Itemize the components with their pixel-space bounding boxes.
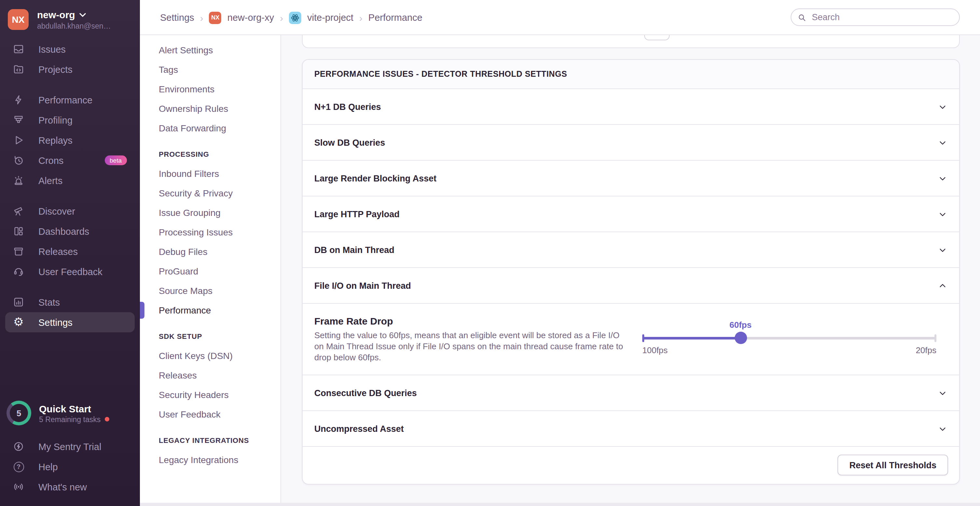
settings-nav: Alert Settings Tags Environments Ownersh… — [140, 35, 281, 506]
search-input[interactable] — [810, 12, 953, 23]
nav-section-legacy-integrations: LEGACY INTEGRATIONS — [140, 433, 280, 447]
breadcrumb-org[interactable]: new-org-xy — [228, 13, 274, 23]
slider-max-label: 20fps — [916, 345, 936, 355]
sidebar-item-discover[interactable]: Discover — [5, 201, 135, 221]
nav-item-alert-settings[interactable]: Alert Settings — [140, 40, 280, 60]
sidebar-item-stats[interactable]: Stats — [5, 292, 135, 312]
sidebar-item-label: Crons — [38, 155, 64, 165]
sidebar-item-settings[interactable]: ⚙ Settings — [5, 312, 135, 332]
sidebar-item-performance[interactable]: Performance — [5, 90, 135, 110]
nav-item-security-headers[interactable]: Security Headers — [140, 385, 280, 404]
breadcrumb-separator: › — [200, 12, 204, 23]
detector-row-n1-db-queries[interactable]: N+1 DB Queries — [302, 89, 959, 124]
chevron-down-icon — [938, 138, 947, 147]
archive-box-icon — [13, 246, 24, 257]
breadcrumb-project[interactable]: vite-project — [307, 13, 353, 23]
sidebar-item-issues[interactable]: Issues — [5, 39, 135, 59]
nav-item-issue-grouping[interactable]: Issue Grouping — [140, 203, 280, 222]
sidebar-item-help[interactable]: ? Help — [5, 457, 135, 477]
chevron-down-icon — [938, 102, 947, 111]
reset-all-thresholds-button[interactable]: Reset All Thresholds — [837, 455, 948, 476]
nav-item-inbound-filters[interactable]: Inbound Filters — [140, 164, 280, 183]
lightning-icon — [13, 94, 24, 105]
sidebar-item-label: Profiling — [38, 115, 73, 125]
nav-item-user-feedback[interactable]: User Feedback — [140, 404, 280, 424]
detector-row-consecutive-db-queries[interactable]: Consecutive DB Queries — [302, 374, 959, 411]
sidebar-item-profiling[interactable]: Profiling — [5, 110, 135, 130]
detector-row-large-http-payload[interactable]: Large HTTP Payload — [302, 196, 959, 232]
sidebar-item-label: Settings — [38, 317, 73, 327]
detector-row-db-on-main-thread[interactable]: DB on Main Thread — [302, 232, 959, 267]
nav-item-source-maps[interactable]: Source Maps — [140, 281, 280, 300]
nav-item-security-privacy[interactable]: Security & Privacy — [140, 183, 280, 203]
sidebar-item-label: Stats — [38, 297, 60, 307]
progress-ring: 5 — [6, 401, 31, 425]
nav-item-proguard[interactable]: ProGuard — [140, 262, 280, 281]
sidebar-item-label: Releases — [38, 246, 78, 257]
horizontal-scrollbar[interactable] — [140, 503, 980, 506]
panel-footer: Reset All Thresholds — [302, 446, 959, 484]
inbox-icon — [13, 44, 24, 55]
nav-section-sdk-setup: SDK SETUP — [140, 329, 280, 343]
sidebar-item-label: Discover — [38, 206, 75, 216]
sidebar-item-label: Dashboards — [38, 226, 89, 236]
breadcrumb-settings[interactable]: Settings — [160, 13, 194, 23]
nav-item-releases[interactable]: Releases — [140, 365, 280, 385]
sidebar-item-label: Projects — [38, 64, 73, 75]
chevron-down-icon — [938, 173, 947, 183]
nav-item-environments[interactable]: Environments — [140, 79, 280, 99]
main-content: PERFORMANCE ISSUES - DETECTOR THRESHOLD … — [281, 35, 980, 506]
slider-right-cap — [934, 334, 936, 342]
nav-item-debug-files[interactable]: Debug Files — [140, 242, 280, 262]
clock-icon — [13, 155, 24, 166]
slider-left-cap — [642, 334, 644, 342]
slider-track[interactable] — [642, 337, 936, 339]
nav-section-processing: PROCESSING — [140, 147, 280, 161]
nav-item-legacy-integrations[interactable]: Legacy Integrations — [140, 450, 280, 470]
breadcrumb-page[interactable]: Performance — [368, 13, 422, 23]
bar-chart-icon — [13, 297, 24, 308]
org-name: new-org — [37, 9, 75, 21]
sidebar-item-label: My Sentry Trial — [38, 441, 101, 452]
detector-row-slow-db-queries[interactable]: Slow DB Queries — [302, 124, 959, 160]
gear-icon: ⚙ — [13, 317, 24, 328]
sidebar-item-my-sentry-trial[interactable]: My Sentry Trial — [5, 436, 135, 457]
sidebar-item-alerts[interactable]: Alerts — [5, 170, 135, 190]
detector-row-file-io-on-main-thread[interactable]: File I/O on Main Thread — [302, 267, 959, 303]
search-box[interactable] — [791, 8, 960, 26]
nav-item-processing-issues[interactable]: Processing Issues — [140, 222, 280, 242]
sidebar-item-user-feedback[interactable]: User Feedback — [5, 262, 135, 282]
nav-item-client-keys[interactable]: Client Keys (DSN) — [140, 346, 280, 365]
nav-item-data-forwarding[interactable]: Data Forwarding — [140, 118, 280, 138]
sidebar-item-label: Issues — [38, 44, 66, 54]
dashboard-grid-icon — [13, 226, 24, 237]
nav-item-performance[interactable]: Performance — [140, 300, 280, 320]
nav-item-tags[interactable]: Tags — [140, 60, 280, 79]
sidebar-item-label: Replays — [38, 135, 73, 145]
sidebar-item-projects[interactable]: Projects — [5, 59, 135, 79]
sidebar-item-label: What's new — [38, 482, 87, 492]
previous-card-bottom — [302, 35, 960, 48]
quick-start-subtitle: 5 Remaining tasks — [39, 415, 100, 423]
chevron-down-icon — [80, 13, 86, 17]
sidebar-item-replays[interactable]: Replays — [5, 130, 135, 150]
notification-dot — [105, 417, 109, 422]
chevron-down-icon — [938, 424, 947, 433]
sidebar-item-releases[interactable]: Releases — [5, 241, 135, 262]
breadcrumb-separator: › — [359, 12, 363, 23]
org-avatar: NX — [8, 9, 29, 30]
question-circle-icon: ? — [13, 461, 24, 472]
org-switcher[interactable]: NX new-org abdullah.khan@sen… — [0, 0, 140, 36]
nav-item-ownership-rules[interactable]: Ownership Rules — [140, 99, 280, 118]
progress-count: 5 — [6, 401, 31, 425]
sidebar-item-dashboards[interactable]: Dashboards — [5, 221, 135, 241]
sidebar-item-label: Alerts — [38, 175, 62, 186]
detector-row-uncompressed-asset[interactable]: Uncompressed Asset — [302, 411, 959, 446]
slider-thumb[interactable] — [735, 332, 747, 344]
sidebar-item-crons[interactable]: Crons beta — [5, 150, 135, 170]
quick-start[interactable]: 5 Quick Start 5 Remaining tasks — [6, 401, 132, 425]
detector-row-large-render-blocking-asset[interactable]: Large Render Blocking Asset — [302, 160, 959, 196]
slider-fill — [642, 337, 741, 339]
search-icon — [798, 13, 806, 22]
sidebar-item-whats-new[interactable]: What's new — [5, 477, 135, 497]
